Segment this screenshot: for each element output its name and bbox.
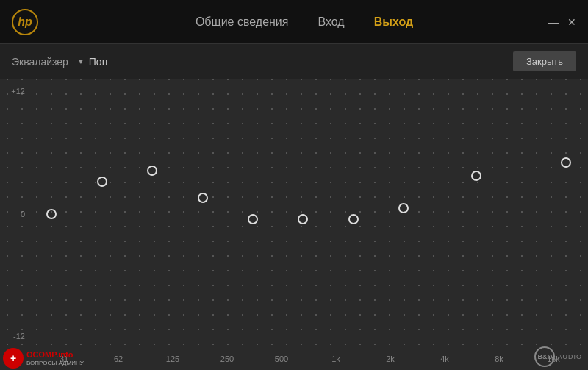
- dot-grid: [0, 79, 588, 348]
- x-label-250: 250: [200, 355, 254, 363]
- eq-point-2k[interactable]: [348, 214, 359, 224]
- footer-right: B&O AUDIO: [534, 346, 582, 367]
- x-label-8k: 8k: [472, 355, 526, 363]
- close-window-button[interactable]: ✕: [567, 16, 576, 28]
- eq-point-4k[interactable]: [398, 203, 409, 213]
- bb-logo-icon: B&O: [534, 346, 555, 367]
- y-label-0: 0: [0, 210, 29, 218]
- eq-point-62[interactable]: [97, 177, 107, 187]
- eq-point-8k[interactable]: [471, 171, 481, 181]
- x-label-2k: 2k: [363, 355, 417, 363]
- x-label-500: 500: [254, 355, 309, 363]
- eq-point-500[interactable]: [248, 214, 258, 224]
- eq-point-125[interactable]: [147, 166, 157, 176]
- close-button[interactable]: Закрыть: [513, 51, 576, 71]
- ocomp-subtitle: ВОПРОСЫ АДМИНУ: [26, 360, 84, 367]
- y-axis-labels: +12 0 -12: [0, 79, 29, 348]
- bb-label: B&O: [537, 353, 552, 360]
- titlebar: hp Общие сведения Вход Выход — ✕: [0, 0, 588, 44]
- toolbar: Эквалайзер ▼ Поп Закрыть: [0, 44, 588, 79]
- dropdown-arrow-icon: ▼: [77, 57, 85, 65]
- eq-preset-value: Поп: [89, 56, 107, 68]
- eq-point-31[interactable]: [46, 209, 57, 219]
- x-label-4k: 4k: [417, 355, 472, 363]
- x-label-1k: 1k: [309, 355, 363, 363]
- ocomp-text: OCOMP.info ВОПРОСЫ АДМИНУ: [26, 350, 84, 367]
- tab-input[interactable]: Вход: [318, 13, 344, 32]
- ocomp-name: OCOMP.info: [26, 350, 84, 360]
- eq-point-1k[interactable]: [298, 214, 308, 224]
- tab-output[interactable]: Выход: [374, 13, 413, 32]
- x-label-125: 125: [146, 355, 200, 363]
- audio-label: AUDIO: [557, 353, 582, 360]
- eq-area: +12 0 -12 31 62 125 250 500 1k 2k 4k 8k …: [0, 79, 588, 370]
- y-label-n12: -12: [0, 332, 29, 341]
- minimize-button[interactable]: —: [548, 16, 559, 28]
- hp-logo: hp: [12, 9, 38, 35]
- y-label-12: +12: [0, 87, 29, 96]
- eq-point-16k[interactable]: [561, 157, 571, 168]
- eq-label: Эквалайзер: [12, 56, 68, 68]
- ocomp-logo-icon: +: [3, 348, 24, 369]
- footer-left: + OCOMP.info ВОПРОСЫ АДМИНУ: [3, 348, 84, 369]
- eq-point-250[interactable]: [198, 193, 208, 203]
- tab-general[interactable]: Общие сведения: [196, 13, 289, 32]
- x-axis-labels: 31 62 125 250 500 1k 2k 4k 8k 16k: [29, 348, 588, 370]
- x-label-62: 62: [91, 355, 146, 363]
- eq-preset-dropdown[interactable]: ▼ Поп: [77, 56, 107, 68]
- nav-tabs: Общие сведения Вход Выход: [60, 13, 548, 32]
- window-controls: — ✕: [548, 16, 576, 28]
